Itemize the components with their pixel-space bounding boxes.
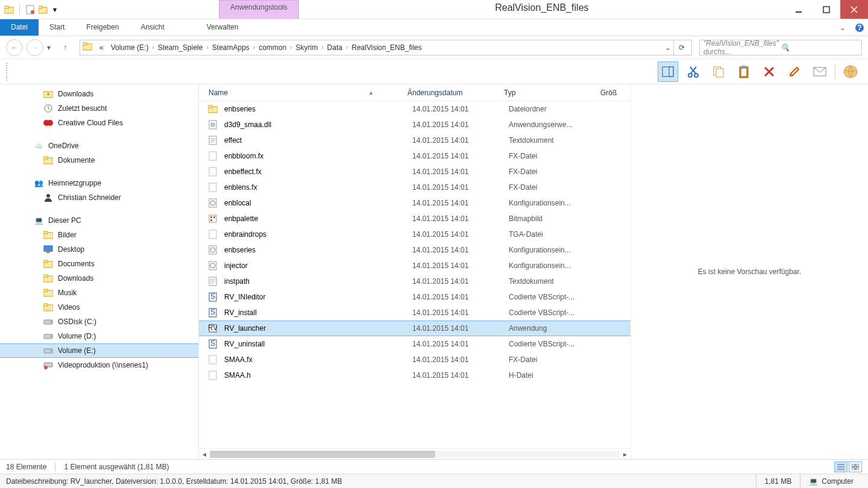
ribbon-tab-start[interactable]: Start [39, 19, 75, 36]
sidebar-item[interactable]: Volume (D:) [0, 329, 198, 343]
qat-dropdown-icon[interactable]: ▾ [51, 4, 58, 15]
paste-button[interactable] [734, 61, 754, 82]
column-size[interactable]: Größ [596, 89, 631, 97]
search-icon: 🔍 [781, 43, 858, 52]
sidebar-item[interactable]: Bilder [0, 228, 198, 242]
file-icon [207, 229, 218, 240]
file-row[interactable]: instpath14.01.2015 14:01Textdokument [199, 274, 631, 289]
breadcrumb-segment[interactable]: Skyrim [292, 43, 322, 52]
rename-button[interactable] [784, 61, 805, 82]
scroll-left-icon[interactable]: ◂ [199, 450, 210, 458]
column-date[interactable]: Änderungsdatum [403, 89, 499, 97]
desktop-icon [43, 245, 53, 254]
properties-icon[interactable] [25, 4, 36, 15]
file-row[interactable]: SRV_uninstall14.01.2015 14:01Codierte VB… [199, 336, 631, 352]
toolbar-grip[interactable] [6, 63, 10, 81]
column-name[interactable]: Name▲ [204, 89, 403, 97]
contextual-tool-tab[interactable]: Anwendungstools [219, 0, 299, 19]
file-date: 14.01.2015 14:01 [412, 167, 509, 176]
sidebar-item[interactable]: Zuletzt besucht [0, 101, 198, 116]
close-button[interactable] [840, 0, 868, 19]
file-row[interactable]: SRV_install14.01.2015 14:01Codierte VBSc… [199, 305, 631, 321]
svg-point-53 [51, 350, 52, 351]
preview-pane-button[interactable] [658, 61, 678, 82]
cut-button[interactable] [683, 61, 703, 82]
file-row[interactable]: SMAA.fx14.01.2015 14:01FX-Datei [199, 352, 631, 368]
sidebar-item[interactable]: Christian Schneider [0, 190, 198, 205]
horizontal-scrollbar[interactable]: ◂ ▸ [199, 448, 631, 459]
sidebar-homegroup[interactable]: 👥Heimnetzgruppe [0, 176, 198, 190]
file-tab[interactable]: Datei [0, 19, 39, 36]
sidebar-item[interactable]: Volume (E:) [0, 343, 198, 358]
file-type: Codierte VBScript-... [509, 340, 605, 348]
breadcrumb-segment[interactable]: Volume (E:) [107, 43, 153, 52]
breadcrumb-segment[interactable]: RealVision_ENB_files [348, 43, 426, 52]
sidebar-thispc[interactable]: 💻Dieser PC [0, 213, 198, 228]
sidebar-item[interactable]: Videos [0, 300, 198, 314]
new-folder-icon[interactable] [38, 4, 49, 15]
breadcrumb-segment[interactable]: SteamApps [209, 43, 253, 52]
maximize-button[interactable] [813, 0, 840, 19]
help-icon[interactable]: ? [851, 19, 868, 36]
scroll-right-icon[interactable]: ▸ [620, 450, 631, 458]
expand-ribbon-icon[interactable]: ⌄ [834, 19, 851, 36]
up-button[interactable]: ↑ [58, 40, 72, 55]
file-row[interactable]: injector14.01.2015 14:01Konfigurationsei… [199, 258, 631, 274]
folder-icon [43, 259, 53, 269]
file-row[interactable]: enbeffect.fx14.01.2015 14:01FX-Datei [199, 164, 631, 180]
sidebar-item[interactable]: Downloads [0, 87, 198, 101]
minimize-button[interactable] [785, 0, 813, 19]
email-button[interactable] [810, 61, 830, 82]
sidebar-item[interactable]: Musik [0, 286, 198, 300]
folder-icon [43, 288, 53, 298]
thumbnails-view-button[interactable] [849, 461, 862, 472]
sidebar-item[interactable]: Downloads [0, 271, 198, 286]
file-row[interactable]: enbseries14.01.2015 14:01Dateiordner [199, 101, 631, 117]
drive-icon [43, 331, 53, 341]
search-input[interactable]: "RealVision_ENB_files" durchs... 🔍 [699, 40, 862, 55]
sidebar-item[interactable]: Creative Cloud Files [0, 116, 198, 130]
file-row[interactable]: enblocal14.01.2015 14:01Konfigurationsei… [199, 195, 631, 211]
sidebar-item[interactable]: Videoproduktion (\\nseries1) [0, 358, 198, 372]
file-row[interactable]: effect14.01.2015 14:01Textdokument [199, 133, 631, 148]
sidebar-item[interactable]: Desktop [0, 242, 198, 257]
sidebar-item[interactable]: Documents [0, 257, 198, 271]
file-row[interactable]: enbraindrops14.01.2015 14:01TGA-Datei [199, 227, 631, 242]
forward-button[interactable]: → [27, 39, 43, 56]
folder-icon[interactable] [4, 4, 14, 15]
address-dropdown-icon[interactable]: ⌄ [662, 43, 673, 52]
sidebar-item-label: Videoproduktion (\\nseries1) [58, 361, 148, 369]
file-row[interactable]: enbseries14.01.2015 14:01Konfigurationse… [199, 242, 631, 258]
copy-button[interactable] [708, 61, 729, 82]
file-type: Codierte VBScript-... [509, 308, 605, 317]
scrollbar-thumb[interactable] [210, 451, 435, 458]
file-row[interactable]: enbpalette14.01.2015 14:01Bitmapbild [199, 211, 631, 227]
ini-icon [207, 198, 218, 208]
ribbon-tab-view[interactable]: Ansicht [130, 19, 175, 36]
column-type[interactable]: Typ [499, 89, 596, 97]
history-dropdown-icon[interactable]: ▾ [47, 43, 54, 52]
sidebar-item-label: Downloads [58, 90, 93, 98]
file-row[interactable]: d3d9_smaa.dll14.01.2015 14:01Anwendungse… [199, 117, 631, 133]
sidebar-item[interactable]: OSDisk (C:) [0, 314, 198, 329]
file-row[interactable]: RVRV_launcher14.01.2015 14:01Anwendung [199, 321, 631, 336]
breadcrumb-prefix[interactable]: « [96, 43, 107, 52]
shell-button[interactable] [840, 61, 861, 82]
file-row[interactable]: enblens.fx14.01.2015 14:01FX-Datei [199, 180, 631, 195]
refresh-button[interactable]: ⟳ [673, 40, 689, 55]
ribbon-tab-share[interactable]: Freigeben [75, 19, 130, 36]
file-row[interactable]: SRV_INIeditor14.01.2015 14:01Codierte VB… [199, 289, 631, 305]
sidebar-item[interactable]: Dokumente [0, 153, 198, 167]
file-type: FX-Datei [509, 152, 605, 160]
delete-button[interactable] [759, 61, 779, 82]
back-button[interactable]: ← [6, 39, 23, 56]
file-row[interactable]: enbbloom.fx14.01.2015 14:01FX-Datei [199, 148, 631, 164]
sidebar-onedrive[interactable]: ☁️OneDrive [0, 139, 198, 153]
file-row[interactable]: SMAA.h14.01.2015 14:01H-Datei [199, 368, 631, 383]
breadcrumb-segment[interactable]: common [255, 43, 290, 52]
address-bar[interactable]: « Volume (E:)›Steam_Spiele›SteamApps›com… [80, 40, 692, 55]
breadcrumb-segment[interactable]: Steam_Spiele [154, 43, 207, 52]
details-view-button[interactable] [834, 461, 848, 472]
ribbon-tab-manage[interactable]: Verwalten [196, 19, 250, 36]
breadcrumb-segment[interactable]: Data [324, 43, 346, 52]
